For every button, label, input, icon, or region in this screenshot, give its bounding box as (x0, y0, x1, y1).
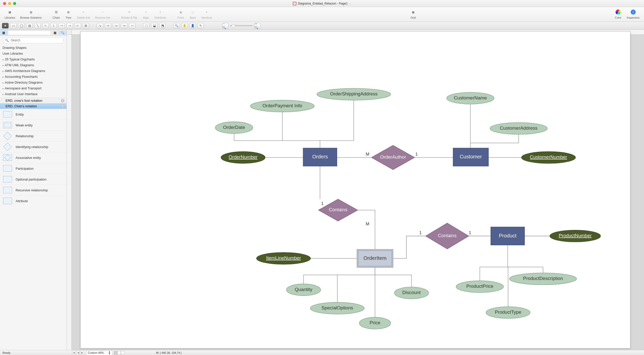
stencil-label: Weak entity (16, 123, 33, 127)
canvas-area[interactable]: OrderAuthorContainsContainsOrdersCustome… (67, 30, 644, 350)
attribute-ordershipping[interactable]: OrderShippingAddress (330, 91, 378, 96)
zoom-stepper-icon[interactable]: ▲▼ (108, 351, 111, 355)
group-tool-3[interactable]: ⬔ (159, 23, 166, 28)
sidebar-view-grid-icon[interactable]: ▦ (51, 31, 59, 34)
stencil-item[interactable]: Optional participation (0, 174, 66, 185)
arrow-tool-4[interactable]: ⇝ (121, 23, 127, 28)
edit-tool[interactable]: ✎ (197, 23, 204, 28)
erd-diagram[interactable]: OrderAuthorContainsContainsOrdersCustome… (81, 31, 630, 334)
library-category[interactable]: Drawing Shapes (0, 45, 66, 51)
stencil-label: Attribute (16, 199, 28, 203)
stencil-item[interactable]: Participation (0, 163, 66, 174)
toolbar-chain-button[interactable]: ⛓Chain (50, 8, 62, 20)
page-next-button[interactable]: ▶ (80, 351, 84, 355)
title-dropdown-icon[interactable]: ⌄ (349, 2, 351, 5)
entity-orders[interactable]: Orders (312, 154, 328, 159)
sidebar-tab-shapes[interactable]: ▦ (0, 30, 8, 36)
close-icon[interactable]: × (61, 104, 64, 108)
stencil-item[interactable]: Relationship (0, 130, 66, 141)
attribute-productnumber[interactable]: ProductNumber (559, 233, 592, 238)
stencil-item[interactable]: Identifying relationship (0, 141, 66, 152)
attribute-discount[interactable]: Discount (402, 290, 421, 295)
attribute-specialoptions[interactable]: SpecialOptions (321, 305, 353, 310)
page-thumb-2[interactable] (117, 351, 121, 354)
library-category[interactable]: Accounting Flowcharts (0, 74, 66, 80)
close-icon[interactable]: × (61, 99, 64, 102)
rectangle-tool[interactable]: ▭ (10, 23, 17, 28)
attribute-customeraddress[interactable]: CustomerAddress (500, 125, 538, 131)
entity-customer[interactable]: Customer (460, 154, 482, 159)
pan-tool[interactable]: ✋ (181, 23, 188, 28)
attribute-customernumber[interactable]: CustomerNumber (530, 154, 567, 160)
select-tool[interactable]: 👤 (189, 23, 196, 28)
arrow-tool-2[interactable]: ↪ (105, 23, 111, 28)
text-tool[interactable]: ▤ (26, 23, 33, 28)
toolbar-browse-button[interactable]: ▥Browse Solutions (18, 8, 44, 20)
library-category[interactable]: ATM UML Diagrams (0, 62, 66, 68)
line-tool[interactable]: ╲ (34, 23, 41, 28)
connector-tool-1[interactable]: ⤷ (42, 23, 49, 28)
stencil-item[interactable]: Attribute (0, 195, 66, 206)
connector-tool-5[interactable]: ⇠ (75, 23, 81, 28)
attribute-price[interactable]: Price (370, 320, 380, 325)
page-first-button[interactable]: ⏮ (72, 351, 76, 355)
zoom-tool[interactable]: 🔍 (173, 23, 180, 28)
arrow-tool-1[interactable]: ↘ (97, 23, 103, 28)
relationship-orderauthor[interactable]: OrderAuthor (380, 154, 406, 160)
library-category[interactable]: 25 Typical Orgcharts (0, 56, 66, 62)
insert-tool[interactable]: ⊞ (83, 23, 89, 28)
zoom-slider[interactable] (230, 25, 253, 26)
sidebar-filter-input[interactable] (8, 30, 51, 35)
toolbar-grid-button[interactable]: ▦Grid (407, 8, 419, 20)
library-category[interactable]: AWS Architecture Diagrams (0, 68, 66, 74)
toolbar-inspectors-button[interactable]: iInspectors (624, 8, 642, 20)
zoom-selector[interactable]: Custom 49% ▲▼ (86, 350, 112, 355)
attribute-productdescription[interactable]: ProductDescription (523, 276, 563, 281)
attribute-ordernumber[interactable]: OrderNumber (229, 154, 257, 160)
stencil-tab[interactable]: ERD, crow's foot notation× (0, 98, 66, 103)
stencil-item[interactable]: Entity (0, 109, 66, 120)
stencil-tab[interactable]: ERD, Chen's notation× (0, 103, 66, 109)
attribute-quantity[interactable]: Quantity (295, 287, 312, 292)
sidebar-search-icon[interactable]: 🔍 (59, 31, 66, 34)
page-thumb-3[interactable] (121, 351, 124, 354)
attribute-itemlinenumber[interactable]: ItemLineNumber (266, 255, 301, 261)
connector-tool-3[interactable]: ⤳ (58, 23, 65, 28)
relationship-contains1[interactable]: Contains (329, 207, 347, 212)
toolbar-color-button[interactable]: Color (612, 8, 624, 20)
page[interactable]: OrderAuthorContainsContainsOrdersCustome… (80, 31, 630, 348)
relationship-contains2[interactable]: Contains (438, 233, 456, 238)
maximize-window-button[interactable] (13, 2, 16, 5)
attribute-orderdate[interactable]: OrderDate (223, 125, 245, 130)
library-category[interactable]: User Libraries (0, 51, 66, 56)
attribute-producttype[interactable]: ProductType (495, 309, 521, 315)
zoom-in-button[interactable]: ＋🔍 (254, 23, 261, 28)
library-category[interactable]: Android User Interface (0, 91, 66, 97)
attribute-customername[interactable]: CustomerName (454, 95, 487, 100)
search-input[interactable] (3, 37, 63, 43)
connector-tool-4[interactable]: ⇢ (66, 23, 73, 28)
group-tool-2[interactable]: ⬓ (151, 23, 158, 28)
arrow-tool-5[interactable]: ⤳ (129, 23, 135, 28)
library-category[interactable]: Active Directory Diagrams (0, 80, 66, 85)
page-thumb-1[interactable] (114, 351, 117, 354)
library-category[interactable]: Aerospace and Transport (0, 85, 66, 91)
attribute-orderpayment[interactable]: OrderPayment Info (262, 103, 302, 108)
stencil-item[interactable]: Associative entity (0, 152, 66, 163)
toolbar-tree-button[interactable]: ⊞Tree (62, 8, 75, 20)
zoom-out-button[interactable]: －🔍 (222, 23, 229, 28)
close-window-button[interactable] (3, 2, 6, 5)
minimize-window-button[interactable] (8, 2, 11, 5)
stencil-item[interactable]: Weak entity (0, 120, 66, 130)
arrow-tool-3[interactable]: ↝ (113, 23, 119, 28)
toolbar-libraries-button[interactable]: ▦Libraries (2, 8, 18, 20)
stencil-item[interactable]: Recursive relationship (0, 185, 66, 195)
group-tool-1[interactable]: ⬚ (143, 23, 150, 28)
pointer-tool[interactable]: ➤ (2, 23, 9, 28)
ellipse-tool[interactable]: ◯ (18, 23, 25, 28)
page-prev-button[interactable]: ◀ (76, 351, 80, 355)
entity-product[interactable]: Product (499, 233, 517, 238)
entity-orderitem[interactable]: OrderItem (364, 255, 386, 261)
connector-tool-2[interactable]: ⤹ (50, 23, 57, 28)
attribute-productprice[interactable]: ProductPrice (466, 283, 493, 289)
